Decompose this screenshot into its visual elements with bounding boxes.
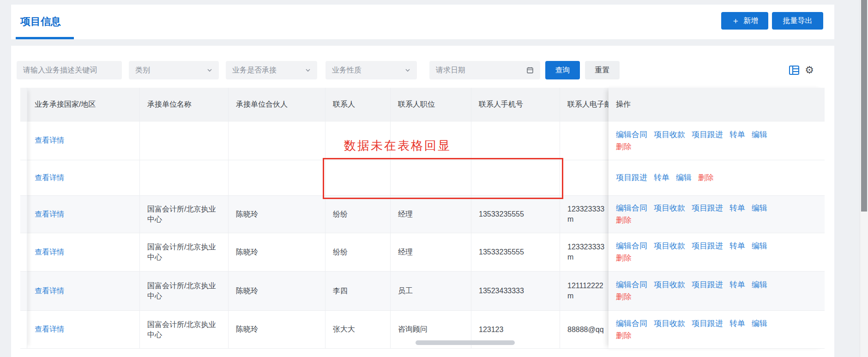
row-actions: 编辑合同 项目收款 项目跟进 转单 编辑 删除 — [609, 121, 825, 160]
operations-fixed-column: 操作 编辑合同 项目收款 项目跟进 转单 编辑 删除 项目跟进 转单 — [609, 88, 825, 349]
active-tab-underline — [16, 37, 74, 39]
row-actions: 编辑合同 项目收款 项目跟进 转单 编辑 删除 — [609, 272, 825, 311]
view-detail-link[interactable]: 查看详情 — [35, 210, 132, 219]
col-header-partner: 承接单位合伙人 — [229, 88, 326, 121]
table-row: 查看详情 — [20, 121, 609, 160]
batch-export-label: 批量导出 — [783, 16, 813, 26]
delete-link[interactable]: 删除 — [698, 172, 714, 184]
business-nature-select[interactable]: 业务性质 — [326, 61, 417, 79]
project-payment-link[interactable]: 项目收款 — [654, 318, 685, 330]
project-payment-link[interactable]: 项目收款 — [654, 279, 685, 291]
edit-link[interactable]: 编辑 — [752, 279, 767, 291]
col-header-country: 业务承接国家/地区 — [27, 88, 140, 121]
edit-contract-link[interactable]: 编辑合同 — [616, 279, 647, 291]
delete-link[interactable]: 删除 — [616, 141, 632, 153]
horizontal-scrollbar-thumb[interactable] — [416, 340, 515, 345]
col-header-contact: 联系人 — [326, 88, 391, 121]
batch-export-button[interactable]: 批量导出 — [772, 12, 823, 30]
project-follow-link[interactable]: 项目跟进 — [692, 279, 723, 291]
annotation-text: 数据未在表格回显 — [344, 138, 451, 154]
annotation-rectangle — [323, 158, 563, 199]
transfer-order-link[interactable]: 转单 — [729, 240, 745, 252]
view-detail-link[interactable]: 查看详情 — [35, 248, 132, 257]
col-header-contact-email: 联系人电子邮箱 — [560, 88, 609, 121]
view-detail-link[interactable]: 查看详情 — [35, 173, 132, 183]
transfer-order-link[interactable]: 转单 — [729, 318, 745, 330]
delete-link[interactable]: 删除 — [616, 291, 632, 303]
vertical-scrollbar-thumb[interactable] — [861, 0, 867, 212]
col-header-operations: 操作 — [609, 88, 825, 121]
view-detail-link[interactable]: 查看详情 — [35, 136, 132, 145]
project-follow-link[interactable]: 项目跟进 — [692, 318, 723, 330]
edit-link[interactable]: 编辑 — [752, 202, 767, 214]
edit-contract-link[interactable]: 编辑合同 — [616, 240, 647, 252]
keyword-search-input[interactable] — [17, 61, 122, 79]
edit-link[interactable]: 编辑 — [752, 129, 767, 141]
edit-contract-link[interactable]: 编辑合同 — [616, 202, 647, 214]
project-payment-link[interactable]: 项目收款 — [654, 240, 685, 252]
category-select[interactable]: 类别 — [129, 61, 219, 79]
table-row: 查看详情 国富会计所/北京执业中心 陈晓玲 纷纷 经理 13533235555 … — [20, 196, 609, 233]
project-table: 业务承接国家/地区 承接单位名称 承接单位合伙人 联系人 联系人职位 联系人手机… — [20, 88, 825, 349]
business-accepted-placeholder: 业务是否承接 — [232, 66, 277, 75]
project-payment-link[interactable]: 项目收款 — [654, 202, 685, 214]
table-row: 查看详情 国富会计所/北京执业中心 陈晓玲 纷纷 经理 13533235555 … — [20, 233, 609, 272]
business-nature-placeholder: 业务性质 — [332, 66, 362, 75]
header-card: 项目信息 ＋ 新增 批量导出 — [11, 5, 834, 39]
project-payment-link[interactable]: 项目收款 — [654, 129, 685, 141]
main-card: 类别 业务是否承接 业务性质 请求日期 查询 重置 — [11, 46, 834, 357]
edit-link[interactable]: 编辑 — [752, 318, 767, 330]
edit-contract-link[interactable]: 编辑合同 — [616, 318, 647, 330]
chevron-down-icon — [207, 67, 212, 73]
view-detail-link[interactable]: 查看详情 — [35, 286, 132, 296]
column-settings-gear-icon[interactable]: ⚙ — [805, 65, 814, 75]
request-date-placeholder: 请求日期 — [436, 66, 465, 75]
table-header-row: 业务承接国家/地区 承接单位名称 承接单位合伙人 联系人 联系人职位 联系人手机… — [20, 88, 609, 121]
col-header-org-name: 承接单位名称 — [140, 88, 229, 121]
project-follow-link[interactable]: 项目跟进 — [616, 172, 647, 184]
vertical-scrollbar-track[interactable] — [860, 0, 868, 357]
transfer-order-link[interactable]: 转单 — [654, 172, 669, 184]
row-actions: 项目跟进 转单 编辑 删除 — [609, 160, 825, 196]
edit-link[interactable]: 编辑 — [676, 172, 692, 184]
col-header-contact-title: 联系人职位 — [391, 88, 471, 121]
category-select-placeholder: 类别 — [135, 66, 150, 75]
table-row: 查看详情 国富会计所/北京执业中心 陈晓玲 李四 员工 13523433333 … — [20, 272, 609, 311]
plus-icon: ＋ — [731, 17, 740, 25]
row-actions: 编辑合同 项目收款 项目跟进 转单 编辑 删除 — [609, 233, 825, 272]
table-scroll-area: 业务承接国家/地区 承接单位名称 承接单位合伙人 联系人 联系人职位 联系人手机… — [20, 88, 609, 349]
page-title: 项目信息 — [20, 15, 61, 29]
request-date-picker[interactable]: 请求日期 — [429, 61, 540, 79]
transfer-order-link[interactable]: 转单 — [729, 202, 745, 214]
row-actions: 编辑合同 项目收款 项目跟进 转单 编辑 删除 — [609, 196, 825, 233]
project-follow-link[interactable]: 项目跟进 — [692, 129, 723, 141]
col-header-contact-phone: 联系人手机号 — [471, 88, 560, 121]
row-actions: 编辑合同 项目收款 项目跟进 转单 编辑 删除 — [609, 311, 825, 349]
project-follow-link[interactable]: 项目跟进 — [692, 202, 723, 214]
add-button-label: 新增 — [743, 16, 758, 26]
edit-link[interactable]: 编辑 — [752, 240, 767, 252]
delete-link[interactable]: 删除 — [616, 252, 632, 264]
calendar-icon — [526, 67, 534, 74]
chevron-down-icon — [305, 67, 311, 73]
table-row: 查看详情 国富会计所/北京执业中心 陈晓玲 张大大 咨询顾问 123123 88… — [20, 311, 609, 349]
project-follow-link[interactable]: 项目跟进 — [692, 240, 723, 252]
transfer-order-link[interactable]: 转单 — [729, 279, 745, 291]
transfer-order-link[interactable]: 转单 — [729, 129, 745, 141]
table-toolbar-icons: ⚙ — [789, 65, 814, 75]
business-accepted-select[interactable]: 业务是否承接 — [226, 61, 317, 79]
delete-link[interactable]: 删除 — [616, 214, 632, 226]
query-button[interactable]: 查询 — [545, 61, 580, 79]
header-strip-cell — [20, 88, 27, 121]
edit-contract-link[interactable]: 编辑合同 — [616, 129, 647, 141]
table-view-icon[interactable] — [789, 66, 799, 75]
reset-button[interactable]: 重置 — [585, 61, 620, 79]
chevron-down-icon — [405, 67, 410, 73]
filter-bar: 类别 业务是否承接 业务性质 请求日期 查询 重置 — [11, 61, 834, 79]
delete-link[interactable]: 删除 — [616, 330, 632, 342]
view-detail-link[interactable]: 查看详情 — [35, 325, 132, 334]
add-button[interactable]: ＋ 新增 — [721, 12, 768, 30]
page-canvas: 项目信息 ＋ 新增 批量导出 类别 业务是否承接 业务性质 — [0, 0, 868, 357]
